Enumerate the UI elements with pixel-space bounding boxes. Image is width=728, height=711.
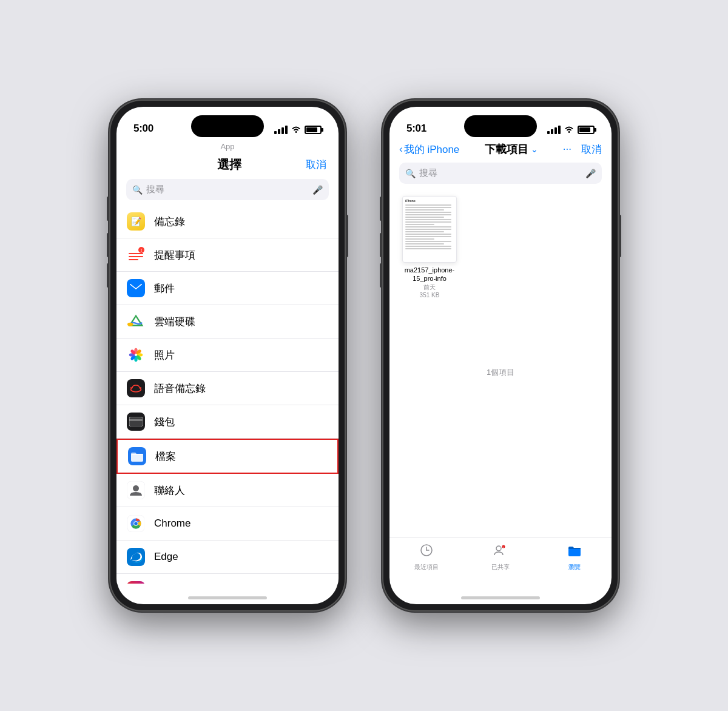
more-options-btn[interactable]: ··· [563,143,571,155]
choose-cancel-btn[interactable]: 取消 [306,158,326,172]
app-item-voice[interactable]: 語音備忘錄 [116,372,339,405]
app-item-chrome[interactable]: Chrome [116,507,339,541]
mail-icon [126,278,146,298]
files-title-area: 下載項目 ⌄ [464,142,558,157]
search-icon-1: 🔍 [132,185,143,195]
tab-recent[interactable]: 最近項目 [389,543,463,571]
app-item-edge[interactable]: Edge [116,541,339,574]
tab-browse-label: 瀏覽 [568,563,581,571]
files-grid: iPhone [389,191,612,355]
shared-icon: ! [493,543,508,561]
files-app-name: 檔案 [155,450,176,463]
svg-rect-23 [129,417,143,426]
mic-icon-1: 🎤 [312,185,323,195]
notes-icon: 📝 [126,212,146,231]
instagram-icon [126,581,146,584]
voice-icon [126,379,146,398]
svg-rect-24 [129,419,143,421]
phone-screen-1: 5:00 [116,107,339,604]
status-time-2: 5:01 [406,123,426,135]
home-indicator-1 [116,584,339,604]
status-icons-2 [547,125,595,135]
status-time-1: 5:00 [133,123,153,135]
file-thumbnail: iPhone [402,196,457,263]
chrome-icon [126,514,146,533]
file-date: 前天 [423,283,436,292]
dropdown-chevron-icon[interactable]: ⌄ [531,144,538,154]
search-placeholder-2: 搜尋 [419,167,582,179]
home-indicator-2 [389,584,612,604]
signal-bars-2 [547,126,561,134]
svg-rect-2 [129,256,143,257]
screen-content-1: App 選擇 取消 🔍 搜尋 🎤 📝 [116,140,339,584]
battery-icon-1 [305,126,322,134]
choose-title: 選擇 [217,157,241,173]
wifi-icon-2 [564,125,574,135]
reminders-icon: ! [126,245,146,265]
files-actions: ··· 取消 [563,143,602,157]
back-chevron-icon: ‹ [399,143,403,155]
files-folder-title: 下載項目 [485,142,528,157]
signal-bars-1 [274,126,288,134]
phone-2: 5:01 [382,99,619,612]
battery-icon-2 [578,126,595,134]
search-icon-2: 🔍 [405,169,416,178]
file-name: ma2157_iphone-15_pro-info [399,266,460,283]
files-cancel-btn[interactable]: 取消 [581,143,602,157]
files-back-btn[interactable]: ‹ 我的 iPhone [399,143,459,157]
screen-content-2: ‹ 我的 iPhone 下載項目 ⌄ ··· 取消 🔍 搜尋 🎤 [389,140,612,584]
files-back-label: 我的 iPhone [404,143,460,157]
phone-1: 5:00 [109,99,346,612]
svg-text:!: ! [141,248,142,252]
photos-icon [126,345,146,365]
app-item-contacts[interactable]: 聯絡人 [116,474,339,507]
app-list: 📝 備忘錄 ! [116,205,339,584]
file-item[interactable]: iPhone [399,196,460,298]
file-size: 351 KB [420,292,440,298]
svg-point-9 [127,323,133,326]
svg-point-28 [133,485,139,491]
svg-point-51 [496,546,501,551]
tab-bar: 最近項目 ! 已共享 [389,537,612,584]
svg-rect-54 [568,548,581,556]
svg-rect-3 [129,259,138,260]
dynamic-island-2 [464,115,537,137]
drive-icon [126,312,146,331]
svg-rect-1 [129,253,143,254]
tab-shared-label: 已共享 [491,563,510,571]
app-item-mail[interactable]: 郵件 [116,272,339,305]
contacts-icon [126,480,146,500]
recent-icon [419,543,434,561]
dynamic-island-1 [191,115,264,137]
chrome-app-name: Chrome [154,517,190,530]
status-icons-1 [274,125,322,135]
wifi-icon-1 [291,125,301,135]
app-header: App [116,140,339,152]
search-placeholder-1: 搜尋 [146,184,309,195]
app-item-notes[interactable]: 📝 備忘錄 [116,205,339,238]
app-label: App [220,142,234,151]
browse-icon [567,543,582,561]
edge-icon [126,547,146,567]
app-item-wallet[interactable]: 錢包 [116,405,339,439]
wallet-icon [126,412,146,431]
tab-recent-label: 最近項目 [414,563,439,571]
app-item-files[interactable]: 檔案 [116,439,339,474]
choose-header: 選擇 取消 [116,152,339,179]
file-search-bar[interactable]: 🔍 搜尋 🎤 [399,163,602,184]
tab-shared[interactable]: ! 已共享 [463,543,538,571]
app-item-reminders[interactable]: ! 提醒事項 [116,238,339,272]
files-count: 1個項目 [389,355,612,384]
files-header: ‹ 我的 iPhone 下載項目 ⌄ ··· 取消 [389,140,612,163]
svg-rect-33 [127,548,145,566]
app-item-instagram[interactable]: Instagram [116,574,339,584]
svg-point-32 [134,522,138,525]
files-app-icon [127,446,147,466]
search-bar-1[interactable]: 🔍 搜尋 🎤 [126,179,329,200]
app-item-drive[interactable]: 雲端硬碟 [116,305,339,339]
mic-icon-2: 🎤 [585,169,596,178]
app-item-photos[interactable]: 照片 [116,339,339,372]
phone-screen-2: 5:01 [389,107,612,604]
tab-browse[interactable]: 瀏覽 [538,543,612,571]
